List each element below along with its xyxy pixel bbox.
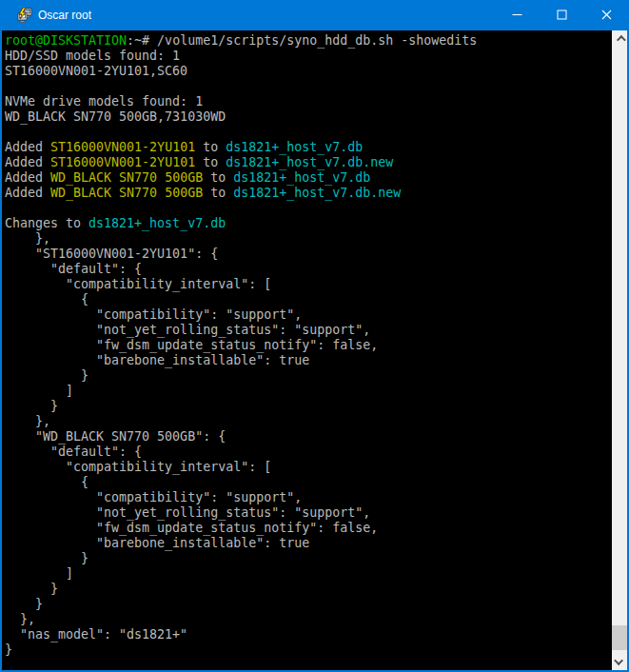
maximize-icon: [557, 7, 567, 24]
terminal-text-segment: }: [5, 551, 88, 565]
terminal-line: }: [5, 642, 612, 658]
scrollbar-down-button[interactable]: [612, 654, 627, 670]
terminal-line: {: [5, 292, 612, 307]
scrollbar-thumb[interactable]: [612, 625, 627, 650]
terminal-text-segment: "compatibility": "support",: [5, 307, 302, 322]
terminal-line: "barebone_installable": true: [5, 353, 612, 368]
putty-window: Oscar root root@DISKSTATION:~# /volume1/…: [0, 0, 629, 672]
terminal-text-segment: },: [5, 231, 50, 246]
terminal-line: },: [5, 231, 612, 247]
titlebar[interactable]: Oscar root: [0, 0, 629, 30]
window-title: Oscar root: [38, 9, 495, 22]
terminal-line: }: [5, 551, 612, 566]
terminal-line: },: [5, 414, 612, 429]
terminal-line: "not_yet_rolling_status": "support",: [5, 323, 612, 338]
scrollbar-up-button[interactable]: [612, 30, 627, 47]
terminal-line: {: [5, 475, 612, 490]
terminal-text-segment: "barebone_installable": true: [5, 536, 309, 550]
terminal-text-segment: Added: [5, 186, 50, 200]
terminal-line: [5, 201, 612, 216]
terminal-text-segment: }: [5, 597, 43, 611]
terminal-text-segment: },: [5, 414, 50, 428]
minimize-button[interactable]: [495, 0, 540, 30]
terminal-line: "default": {: [5, 262, 612, 277]
terminal-text-segment: }: [5, 582, 58, 596]
terminal-text-segment: "not_yet_rolling_status": "support",: [5, 505, 370, 520]
terminal-line: "WD_BLACK SN770 500GB": {: [5, 429, 612, 445]
terminal-text-segment: ds1821+_host_v7.db.new: [233, 186, 401, 200]
chevron-up-icon: [616, 35, 625, 45]
terminal-line: HDD/SSD models found: 1: [5, 49, 612, 64]
terminal-line: }: [5, 399, 612, 414]
terminal-text-segment: WD_BLACK SN770 500GB: [50, 186, 203, 200]
terminal-text-segment: "barebone_installable": true: [5, 353, 309, 367]
terminal-line: "default": {: [5, 445, 612, 460]
terminal-line: [5, 125, 612, 140]
terminal-line: "compatibility": "support",: [5, 490, 612, 505]
terminal-text-segment: to: [203, 170, 233, 185]
terminal-line: }: [5, 597, 612, 612]
terminal-text-segment: "not_yet_rolling_status": "support",: [5, 323, 370, 337]
terminal-text-segment: {: [5, 475, 88, 489]
minimize-icon: [512, 7, 522, 24]
putty-terminal-icon: [17, 8, 32, 23]
terminal-line: }: [5, 582, 612, 597]
chevron-down-icon: [614, 656, 623, 665]
window-body: root@DISKSTATION:~# /volume1/scripts/syn…: [2, 30, 627, 670]
terminal-line: Added ST16000VN001-2YU101 to ds1821+_hos…: [5, 155, 612, 170]
terminal-text-segment: }: [5, 399, 58, 413]
maximize-button[interactable]: [540, 0, 584, 30]
terminal-line: WD_BLACK SN770 500GB,731030WD: [5, 109, 612, 125]
terminal-text-segment: :~# /volume1/scripts/syno_hdd_db.sh -sho…: [127, 33, 477, 48]
close-icon: [601, 7, 612, 24]
terminal-output[interactable]: root@DISKSTATION:~# /volume1/scripts/syn…: [2, 30, 612, 670]
terminal-line: "barebone_installable": true: [5, 536, 612, 551]
terminal-text-segment: "WD_BLACK SN770 500GB": {: [5, 429, 226, 444]
terminal-text-segment: Added: [5, 155, 50, 169]
terminal-line: NVMe drive models found: 1: [5, 94, 612, 109]
terminal-line: "fw_dsm_update_status_notify": false,: [5, 338, 612, 353]
terminal-line: Added WD_BLACK SN770 500GB to ds1821+_ho…: [5, 186, 612, 201]
terminal-text-segment: to: [195, 140, 226, 154]
terminal-text-segment: }: [5, 642, 12, 657]
terminal-text-segment: HDD/SSD models found: 1: [5, 49, 180, 63]
terminal-text-segment: WD_BLACK SN770 500GB,731030WD: [5, 109, 226, 124]
terminal-line: "fw_dsm_update_status_notify": false,: [5, 521, 612, 536]
terminal-text-segment: "compatibility_interval": [: [5, 277, 271, 291]
terminal-text-segment: NVMe drive models found: 1: [5, 94, 203, 109]
terminal-line: ]: [5, 566, 612, 582]
terminal-line: "compatibility": "support",: [5, 307, 612, 323]
terminal-line: },: [5, 612, 612, 627]
terminal-text-segment: ds1821+_host_v7.db.new: [226, 155, 393, 169]
terminal-line: "compatibility_interval": [: [5, 277, 612, 292]
terminal-line: root@DISKSTATION:~# /volume1/scripts/syn…: [5, 33, 612, 49]
terminal-text-segment: }: [5, 368, 88, 383]
terminal-text-segment: "nas_model": "ds1821+": [5, 627, 187, 642]
terminal-text-segment: Changes to: [5, 216, 88, 230]
terminal-text-segment: ST16000VN001-2YU101: [50, 155, 195, 169]
terminal-text-segment: ds1821+_host_v7.db: [233, 170, 370, 185]
terminal-line: }: [5, 368, 612, 384]
terminal-line: "compatibility_interval": [: [5, 460, 612, 475]
terminal-text-segment: to: [203, 186, 233, 200]
terminal-text-segment: },: [5, 612, 35, 626]
terminal-text-segment: to: [195, 155, 226, 169]
terminal-line: "nas_model": "ds1821+": [5, 627, 612, 642]
terminal-line: "not_yet_rolling_status": "support",: [5, 505, 612, 521]
terminal-text-segment: root@DISKSTATION: [5, 33, 127, 48]
terminal-text-segment: Added: [5, 170, 50, 185]
terminal-text-segment: ST16000VN001-2YU101,SC60: [5, 64, 187, 78]
close-button[interactable]: [584, 0, 629, 30]
terminal-text-segment: "compatibility_interval": [: [5, 460, 271, 474]
terminal-text-segment: {: [5, 292, 88, 306]
terminal-text-segment: ]: [5, 384, 73, 398]
terminal-text-segment: "fw_dsm_update_status_notify": false,: [5, 338, 378, 352]
terminal-line: Added ST16000VN001-2YU101 to ds1821+_hos…: [5, 140, 612, 155]
terminal-text-segment: ds1821+_host_v7.db: [88, 216, 226, 230]
terminal-text-segment: "default": {: [5, 445, 142, 459]
scrollbar[interactable]: [612, 30, 627, 670]
terminal-line: ]: [5, 384, 612, 399]
terminal-text-segment: ]: [5, 566, 73, 581]
terminal-line: "ST16000VN001-2YU101": {: [5, 247, 612, 262]
terminal-text-segment: ds1821+_host_v7.db: [226, 140, 363, 154]
